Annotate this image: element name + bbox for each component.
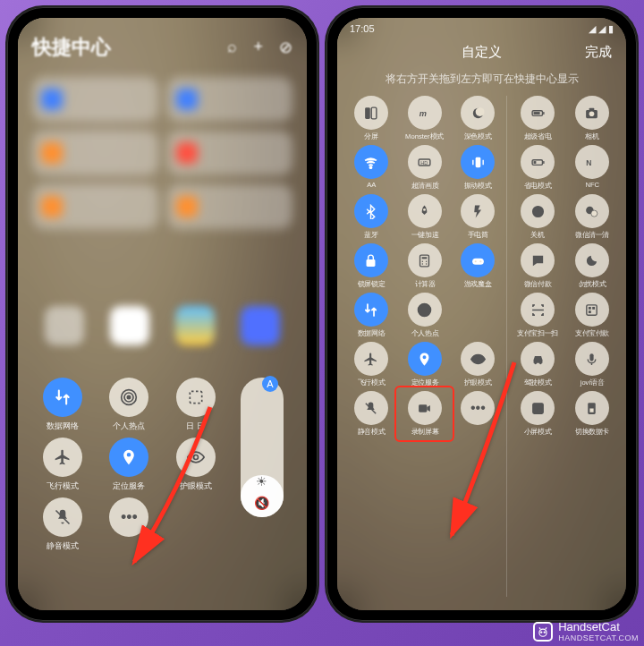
toggle-data-network[interactable] — [43, 378, 82, 417]
more-icon[interactable]: ••• — [461, 391, 495, 425]
plus-icon[interactable]: + — [253, 38, 263, 57]
back-button[interactable] — [352, 45, 378, 60]
toggle-hotspot[interactable] — [109, 378, 148, 417]
toggle-hotspot[interactable]: 个人热点 — [400, 293, 450, 338]
toggle-nfc[interactable]: NNFC — [567, 145, 617, 191]
check-circle-icon[interactable]: ⊘ — [279, 38, 292, 57]
wx-icon[interactable] — [575, 194, 609, 228]
chat-icon[interactable] — [521, 243, 555, 277]
toggle-dark[interactable]: 深色模式 — [453, 96, 503, 141]
tile[interactable] — [167, 184, 293, 229]
car-icon[interactable] — [521, 342, 555, 376]
app-icon[interactable] — [175, 306, 215, 345]
svg-rect-48 — [593, 306, 596, 309]
page-title: 快捷中心 — [32, 34, 111, 61]
pay-icon[interactable] — [575, 293, 609, 327]
toggle-wxclean[interactable]: 微信清一清 — [567, 194, 617, 240]
lock-icon[interactable] — [354, 243, 388, 277]
moon-icon[interactable] — [575, 243, 609, 277]
toggle-powersave[interactable]: 超级省电 — [513, 96, 563, 141]
swap-icon[interactable] — [354, 293, 388, 327]
toggle-lock[interactable]: 锁屏锁定 — [346, 243, 396, 289]
battery-icon[interactable] — [521, 96, 555, 130]
toggle-bluetooth[interactable]: 蓝牙 — [346, 194, 396, 240]
eye-icon[interactable] — [461, 342, 495, 376]
power-icon[interactable] — [521, 194, 555, 228]
toggle-data[interactable]: 数据网络 — [346, 293, 396, 338]
toggle-camera[interactable]: 相机 — [567, 96, 617, 141]
toggle-jovi[interactable]: jovi语音 — [567, 342, 617, 387]
toggle-vibrate[interactable]: 振动模式 — [453, 145, 503, 191]
tile[interactable] — [32, 184, 158, 229]
flash-icon[interactable] — [461, 194, 495, 228]
toggle-gamebox[interactable]: 游戏魔盒 — [453, 243, 503, 289]
toggle-eyecare[interactable] — [176, 438, 216, 477]
rocket-icon[interactable] — [408, 194, 442, 228]
toggle-silent[interactable] — [43, 497, 82, 537]
toggle-power[interactable]: 关机 — [513, 194, 563, 240]
voice-icon[interactable] — [575, 342, 609, 376]
hd-icon[interactable]: HD — [408, 145, 442, 179]
toggle-monster[interactable]: mMonster模式 — [400, 96, 450, 141]
calc-icon[interactable] — [408, 243, 442, 277]
toggle-lowpower[interactable]: 省电模式 — [513, 145, 563, 191]
toggle-airplane[interactable] — [43, 438, 82, 477]
toggle-location[interactable]: 定位服务 — [400, 342, 450, 387]
bt-icon[interactable] — [354, 194, 388, 228]
brightness-slider[interactable]: A ☀ 🔇 — [241, 378, 284, 517]
toggle-wifi[interactable]: AA — [346, 145, 396, 191]
pin-icon[interactable] — [408, 342, 442, 376]
svg-point-57 — [539, 629, 547, 636]
toggle-record[interactable]: 录制屏幕 — [400, 391, 450, 437]
status-time: 17:05 — [350, 23, 375, 35]
app-icon[interactable] — [110, 306, 149, 345]
toggle-silent[interactable]: 静音模式 — [346, 391, 396, 437]
toggle-more[interactable]: ••• — [109, 497, 148, 537]
mute-icon[interactable] — [354, 391, 388, 425]
app-icon[interactable] — [45, 306, 84, 345]
dark-icon[interactable] — [461, 96, 495, 130]
toggle-screenshot[interactable] — [176, 378, 216, 417]
camera-icon[interactable] — [575, 96, 609, 130]
sim-icon[interactable] — [575, 391, 609, 425]
toggle-flashlight[interactable]: 手电筒 — [453, 194, 503, 240]
toggle-alipay[interactable]: 支付宝扫一扫 — [513, 293, 563, 338]
toggle-wxpay[interactable]: 微信付款 — [513, 243, 563, 289]
toggle-sim[interactable]: 切换数据卡 — [567, 391, 617, 437]
game-icon[interactable] — [461, 243, 495, 277]
toggle-label: 录制屏幕 — [411, 427, 437, 436]
wifi-icon[interactable] — [354, 145, 388, 179]
tile[interactable] — [32, 131, 158, 175]
tile[interactable] — [167, 77, 293, 122]
nfc-icon[interactable]: N — [575, 145, 609, 179]
toggle-mini[interactable]: 小屏模式 — [513, 391, 563, 437]
toggle-eyecare[interactable]: 护眼模式 — [453, 342, 503, 387]
toggle-airplane[interactable]: 飞行模式 — [346, 342, 396, 387]
record-icon[interactable] — [408, 391, 442, 425]
monster-icon[interactable]: m — [408, 96, 442, 130]
svg-rect-7 — [372, 107, 377, 119]
search-icon[interactable]: ⌕ — [227, 38, 237, 57]
tile[interactable] — [32, 77, 158, 122]
toggle-dnd[interactable]: 勿扰模式 — [567, 243, 617, 289]
toggle-more[interactable]: ••• — [453, 391, 503, 437]
tile[interactable] — [167, 131, 293, 175]
scan-icon[interactable] — [521, 293, 555, 327]
toggle-calc[interactable]: 计算器 — [400, 243, 450, 289]
toggle-boost[interactable]: 一键加速 — [400, 194, 450, 240]
toggle-location[interactable] — [109, 438, 148, 477]
split-icon[interactable] — [354, 96, 388, 130]
auto-brightness-badge[interactable]: A — [262, 376, 278, 392]
toggle-alipay2[interactable]: 支付宝付款 — [567, 293, 617, 338]
hotspot-icon[interactable] — [408, 293, 442, 327]
battlow-icon[interactable] — [521, 145, 555, 179]
watermark-url: HANDSETCAT.COM — [558, 633, 639, 642]
toggle-drive[interactable]: 驾驶模式 — [513, 342, 563, 387]
mini-icon[interactable] — [521, 391, 555, 425]
app-icon[interactable] — [241, 306, 280, 345]
done-button[interactable]: 完成 — [585, 44, 612, 61]
toggle-superres[interactable]: HD超清画质 — [400, 145, 450, 191]
vibrate-icon[interactable] — [461, 145, 495, 179]
toggle-split[interactable]: 分屏 — [346, 96, 396, 141]
plane-icon[interactable] — [354, 342, 388, 376]
